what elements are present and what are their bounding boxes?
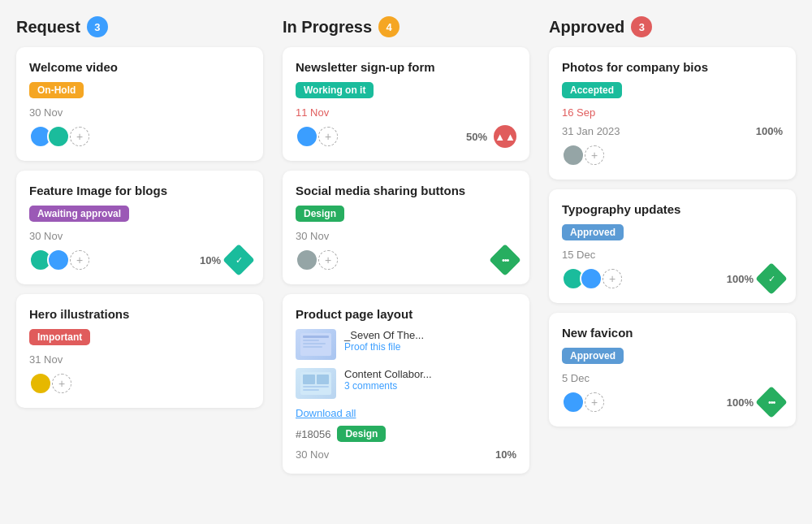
- card-tag: Important: [29, 329, 90, 345]
- dots-green-icon: •••: [755, 386, 788, 418]
- add-assignee-button[interactable]: +: [585, 145, 604, 165]
- svg-rect-2: [303, 340, 319, 341]
- card-percent: 10%: [200, 254, 221, 266]
- card-meta: + 100% ✓: [562, 267, 783, 290]
- file-thumb-inner: [296, 329, 336, 360]
- card-avatars: +: [562, 391, 604, 414]
- svg-rect-1: [303, 336, 329, 338]
- column-request: Request 3 Welcome video On-Hold 30 Nov +…: [16, 16, 263, 483]
- arrow-up-icon: ▲▲: [494, 125, 516, 148]
- file-name: Content Collabor...: [344, 368, 432, 380]
- diamond-teal-icon: ✓: [222, 244, 255, 276]
- card-tag: Approved: [562, 224, 624, 240]
- comments-link[interactable]: 3 comments: [344, 380, 432, 392]
- card-title: Typography updates: [562, 202, 783, 216]
- card-date: 31 Nov: [29, 353, 250, 366]
- card-date: 30 Nov: [296, 230, 516, 242]
- column-header-approved: Approved 3: [549, 16, 796, 37]
- add-assignee-button[interactable]: +: [318, 250, 338, 270]
- card-typography: Typography updates Approved 15 Dec + 100…: [549, 189, 796, 303]
- ticket-row: #18056 Design: [296, 426, 516, 442]
- card-title: Feature Image for blogs: [29, 184, 250, 197]
- column-header-request: Request 3: [16, 16, 263, 37]
- add-assignee-button[interactable]: +: [52, 374, 71, 393]
- card-title: New favicon: [562, 326, 783, 340]
- card-tag: Working on it: [296, 82, 374, 98]
- ticket-id: #18056: [296, 428, 330, 440]
- column-badge-approved: 3: [631, 16, 652, 37]
- card-social-media: Social media sharing buttons Design 30 N…: [283, 171, 529, 284]
- card-tag: On-Hold: [29, 82, 84, 98]
- card-title: Welcome video: [29, 60, 250, 74]
- card-title: Social media sharing buttons: [296, 184, 516, 197]
- proof-file-link[interactable]: Proof this file: [344, 341, 424, 353]
- card-date: 5 Dec: [562, 372, 783, 384]
- card-meta: + 10% ✓: [29, 249, 250, 271]
- card-date-red: 16 Sep: [562, 106, 783, 119]
- diamond-green-icon: ✓: [755, 262, 788, 295]
- add-assignee-button[interactable]: +: [70, 127, 89, 146]
- file-item: Content Collabor... 3 comments: [296, 368, 516, 399]
- add-assignee-button[interactable]: +: [585, 392, 604, 412]
- column-approved: Approved 3 Photos for company bios Accep…: [549, 16, 796, 483]
- avatar: [562, 144, 585, 167]
- card-favicon: New favicon Approved 5 Dec + 100% •••: [549, 313, 796, 427]
- add-assignee-button[interactable]: +: [318, 127, 338, 146]
- card-meta: +: [562, 144, 783, 167]
- avatar: [296, 125, 318, 148]
- add-assignee-button[interactable]: +: [603, 269, 622, 288]
- card-meta: 30 Nov 10%: [296, 448, 516, 461]
- card-tag: Accepted: [562, 82, 622, 98]
- card-title: Photos for company bios: [562, 60, 783, 74]
- avatar: [29, 372, 52, 395]
- column-in-progress: In Progress 4 Newsletter sign-up form Wo…: [283, 16, 529, 483]
- card-date: 30 Nov: [29, 230, 250, 242]
- card-avatars: +: [296, 249, 338, 271]
- card-percent: 50%: [466, 131, 487, 143]
- svg-rect-6: [303, 375, 315, 384]
- card-feature-image: Feature Image for blogs Awaiting approva…: [16, 171, 263, 284]
- download-all-link[interactable]: Download all: [296, 407, 516, 419]
- card-photos: Photos for company bios Accepted 16 Sep …: [549, 47, 796, 180]
- card-avatars: +: [29, 372, 71, 395]
- svg-rect-8: [303, 386, 329, 388]
- card-tag: Approved: [562, 348, 624, 364]
- card-meta: + 100% •••: [562, 391, 783, 414]
- card-percent: 100%: [727, 396, 754, 409]
- card-date2-row: 31 Jan 2023 100%: [562, 125, 783, 137]
- card-meta: +: [29, 125, 250, 148]
- svg-rect-7: [317, 375, 329, 384]
- file-info: Content Collabor... 3 comments: [344, 368, 432, 392]
- card-avatars: +: [562, 267, 622, 290]
- card-date2: 31 Jan 2023: [562, 125, 620, 137]
- column-title-request: Request: [16, 18, 80, 37]
- avatar: [296, 249, 318, 271]
- card-newsletter: Newsletter sign-up form Working on it 11…: [283, 47, 529, 161]
- card-percent: 100%: [727, 273, 754, 285]
- avatar: [562, 391, 585, 414]
- card-tag: Awaiting approval: [29, 206, 129, 222]
- card-product-page: Product page layout _Seven: [283, 294, 529, 474]
- kanban-board: Request 3 Welcome video On-Hold 30 Nov +…: [16, 16, 796, 483]
- file-thumbnail: [296, 329, 336, 360]
- card-title: Hero illustrations: [29, 307, 250, 321]
- column-header-in-progress: In Progress 4: [283, 16, 529, 37]
- card-meta: +: [29, 372, 250, 395]
- file-thumbnail: [296, 368, 336, 399]
- file-thumb-inner: [296, 368, 336, 399]
- card-meta: + 50% ▲▲: [296, 125, 516, 148]
- card-avatars: +: [29, 125, 89, 148]
- ticket-tag: Design: [337, 426, 386, 442]
- card-welcome-video: Welcome video On-Hold 30 Nov +: [16, 47, 263, 161]
- card-date: 30 Nov: [29, 106, 250, 119]
- avatar: [47, 125, 70, 148]
- card-title: Newsletter sign-up form: [296, 60, 516, 74]
- avatar: [47, 249, 70, 271]
- svg-rect-4: [303, 346, 322, 348]
- column-badge-in-progress: 4: [378, 16, 400, 37]
- file-item: _Seven Of The... Proof this file: [296, 329, 516, 360]
- card-avatars: +: [296, 125, 338, 148]
- card-percent: 100%: [756, 125, 783, 137]
- card-date: 30 Nov: [296, 448, 329, 461]
- add-assignee-button[interactable]: +: [70, 250, 89, 270]
